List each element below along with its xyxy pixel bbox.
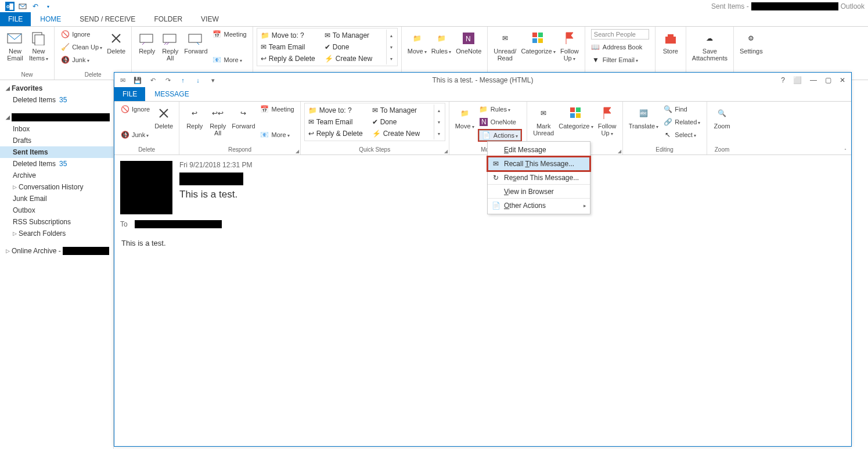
folder-outbox[interactable]: Outbox [0,204,113,216]
qs-reply-delete[interactable]: ↩Reply & Delete [258,53,322,64]
mw-qs-create-new[interactable]: ⚡Create New [370,128,434,139]
mw-ignore-button[interactable]: 🚫Ignore [118,103,152,116]
mw-followup-button[interactable]: Follow Up [596,103,619,138]
help-icon[interactable]: ? [781,76,785,84]
folder-deleted-items[interactable]: Deleted Items35 [0,158,113,170]
onenote-button[interactable]: NOneNote [453,28,484,55]
cleanup-button[interactable]: 🧹Clean Up [58,41,105,53]
tab-view[interactable]: VIEW [192,12,228,26]
qs-more-icon[interactable]: ▾ [387,53,396,64]
folder-drafts[interactable]: Drafts [0,135,113,146]
mw-translate-button[interactable]: 🔤Translate [626,103,661,131]
junk-button[interactable]: 🚯Junk [58,53,105,66]
qs-team-email[interactable]: ✉Team Email [258,41,322,53]
mw-meeting-button[interactable]: 📅Meeting [258,103,297,116]
tab-file[interactable]: FILE [0,12,31,26]
search-people-input[interactable]: Search People [591,29,649,39]
fav-deleted-items[interactable]: Deleted Items35 [0,94,113,106]
qs-move-to[interactable]: 📁Move to: ? [258,30,322,41]
online-archive-header[interactable]: ▷Online Archive - [0,245,113,257]
send-receive-all-icon[interactable] [16,0,29,13]
mw-qs-more[interactable]: ▾ [434,128,444,139]
mw-qs-up[interactable]: ▴ [434,105,444,116]
mw-qs-reply-delete[interactable]: ↩Reply & Delete [306,128,370,139]
store-button[interactable]: Store [659,28,682,55]
followup-button[interactable]: Follow Up [558,28,581,63]
more-respond-button[interactable]: 📧More [210,53,249,66]
mw-qs-launcher-icon[interactable]: ◢ [444,149,448,154]
mw-related-button[interactable]: 🔗Related [661,116,703,128]
mw-qs-down[interactable]: ▾ [434,116,444,128]
save-attachments-button[interactable]: ☁Save Attachments [690,28,730,62]
mw-tags-launcher-icon[interactable]: ◢ [618,149,621,154]
mw-rules-button[interactable]: 📁Rules [477,103,523,116]
folder-inbox[interactable]: Inbox [0,123,113,135]
mw-onenote-button[interactable]: NOneNote [477,116,523,128]
meeting-button[interactable]: 📅Meeting [210,28,249,41]
delete-button[interactable]: Delete [105,28,128,55]
mw-redo-icon[interactable]: ↷ [163,76,172,85]
mw-forward-button[interactable]: ↪Forward [229,103,257,130]
close-icon[interactable]: ✕ [840,76,845,84]
mw-reply-all-button[interactable]: ↩↩Reply All [206,103,229,137]
qat-customize-icon[interactable]: ▾ [42,0,55,13]
tab-home[interactable]: HOME [31,12,70,26]
folder-sent-items[interactable]: Sent Items [0,146,113,158]
mailbox-header[interactable]: ◢ [0,112,113,123]
mw-qs-move-to[interactable]: 📁Move to: ? [306,105,370,116]
categorize-button[interactable]: Categorize [518,28,557,56]
collapse-ribbon-icon[interactable]: ˄ [844,148,847,153]
menu-resend-message[interactable]: ↻Resend This Message... [488,171,590,185]
mw-qat-customize-icon[interactable]: ▾ [208,76,218,85]
mw-qs-team-email[interactable]: ✉Team Email [306,116,370,128]
mw-categorize-button[interactable]: Categorize [556,103,595,131]
folder-conversation-history[interactable]: ▷Conversation History [0,181,113,193]
settings-button[interactable]: ⚙Settings [737,28,765,55]
folder-rss[interactable]: RSS Subscriptions [0,216,113,228]
tab-send-receive[interactable]: SEND / RECEIVE [70,12,145,26]
menu-recall-message[interactable]: ✉Recall This Message... [488,157,590,171]
mw-qs-done[interactable]: ✔Done [370,116,434,128]
mw-next-icon[interactable]: ↓ [193,76,203,85]
ignore-button[interactable]: 🚫Ignore [58,28,105,41]
qs-up-icon[interactable]: ▴ [387,30,396,41]
mw-find-button[interactable]: 🔍Find [661,103,703,116]
address-book-button[interactable]: 📖Address Book [589,41,651,53]
new-email-button[interactable]: New Email [3,28,27,62]
new-items-button[interactable]: New Items [27,28,51,63]
mw-reply-button[interactable]: ↩Reply [183,103,206,130]
mw-mark-unread-button[interactable]: ✉Mark Unread [531,103,556,137]
folder-search-folders[interactable]: ▷Search Folders [0,228,113,239]
mw-more-button[interactable]: 📧More [258,128,297,141]
mw-undo-icon[interactable]: ↶ [148,76,157,85]
minimize-icon[interactable]: — [810,76,817,84]
qs-create-new[interactable]: ⚡Create New [322,53,386,64]
favorites-header[interactable]: ◢Favorites [0,82,113,94]
mw-move-button[interactable]: 📁Move [453,103,477,131]
mw-zoom-button[interactable]: 🔍Zoom [711,103,734,130]
folder-junk[interactable]: Junk Email [0,193,113,204]
ribbon-options-icon[interactable]: ⬜ [793,76,802,84]
unread-read-button[interactable]: ✉Unread/ Read [491,28,518,62]
undo-icon[interactable]: ↶ [29,0,42,13]
rules-button[interactable]: 📁Rules [429,28,453,56]
mw-junk-button[interactable]: 🚯Junk [118,128,152,141]
qs-to-manager[interactable]: ✉To Manager [322,30,386,41]
menu-edit-message[interactable]: Edit Message [488,143,590,157]
menu-view-in-browser[interactable]: View in Browser [488,185,590,199]
forward-button[interactable]: Forward [182,28,210,55]
mw-respond-launcher-icon[interactable]: ◢ [296,149,299,154]
mw-tab-file[interactable]: FILE [114,87,145,101]
tab-folder[interactable]: FOLDER [145,12,192,26]
mw-select-button[interactable]: ↖Select [661,128,703,141]
mw-prev-icon[interactable]: ↑ [178,76,188,85]
mw-qs-to-manager[interactable]: ✉To Manager [370,105,434,116]
reply-button[interactable]: Reply [135,28,159,55]
mw-save-icon[interactable]: 💾 [133,76,142,85]
mw-delete-button[interactable]: Delete [152,103,175,130]
folder-archive[interactable]: Archive [0,170,113,181]
qs-down-icon[interactable]: ▾ [387,41,396,53]
menu-other-actions[interactable]: 📄Other Actions [488,199,590,213]
qs-done[interactable]: ✔Done [322,41,386,53]
mw-tab-message[interactable]: MESSAGE [145,87,198,101]
